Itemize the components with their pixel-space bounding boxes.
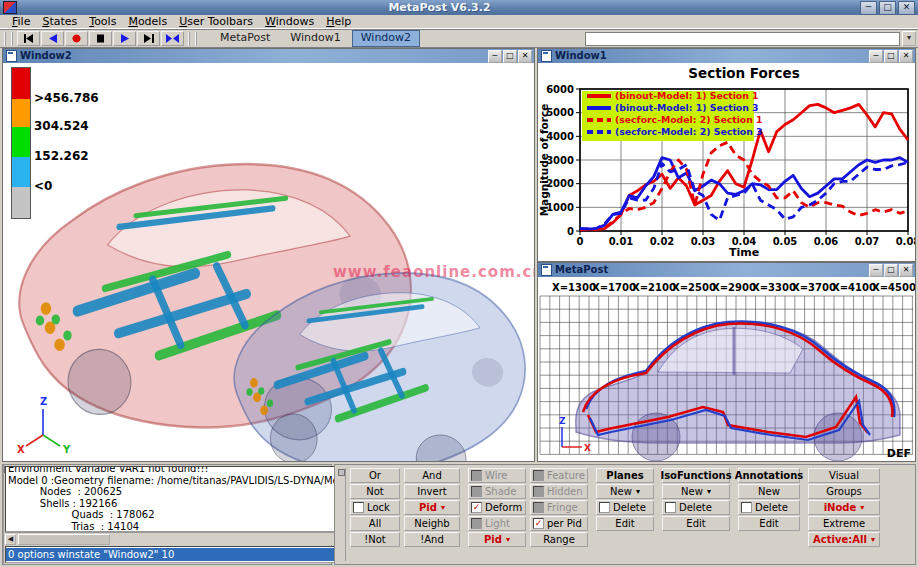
app-close-button[interactable]: ✕ [898, 1, 915, 15]
panel-per-pid-button[interactable]: ✓per Pid [530, 516, 588, 531]
window1-close-button[interactable]: ✕ [899, 50, 913, 63]
app-icon [3, 1, 17, 14]
panel-groups-button[interactable]: Groups [808, 484, 880, 499]
playback-record-button[interactable] [65, 31, 88, 46]
tab-window1[interactable]: Window1 [281, 30, 349, 47]
tab-window2[interactable]: Window2 [352, 30, 420, 47]
panel-extreme-button[interactable]: Extreme [808, 516, 880, 531]
toolbar-grip[interactable] [4, 32, 13, 46]
panel-label: Fringe [547, 502, 578, 513]
panel-grip[interactable] [337, 468, 346, 561]
window2-minimize-button[interactable]: ─ [488, 50, 502, 63]
panel-and-button[interactable]: !And [404, 532, 460, 547]
panel-column-1: AndInvertPid▾Neighb!And [404, 468, 460, 547]
metapost-maximize-button[interactable]: □ [884, 264, 898, 277]
window1-minimize-button[interactable]: ─ [869, 50, 883, 63]
panel-delete-button[interactable]: Delete [738, 500, 800, 515]
metapost-minimize-button[interactable]: ─ [869, 264, 883, 277]
window2-canvas[interactable]: ZXY >456.786304.524152.262<0 www.feaonli… [3, 63, 534, 461]
svg-text:Section Forces: Section Forces [688, 65, 799, 81]
panel-annotations-header: Annotations [738, 468, 800, 483]
checked-checkbox-icon[interactable]: ✓ [471, 502, 482, 513]
menu-states[interactable]: States [36, 15, 83, 28]
menu-models[interactable]: Models [122, 15, 173, 28]
panel-invert-button[interactable]: Invert [404, 484, 460, 499]
menu-help[interactable]: Help [320, 15, 357, 28]
playback-play-button[interactable] [113, 31, 136, 46]
panel-label: iNode [824, 502, 857, 513]
playback-last-button[interactable] [137, 31, 160, 46]
toolbar-scroll-button[interactable]: ▾ [902, 31, 916, 46]
panel-visual-button[interactable]: Visual [808, 468, 880, 483]
playback-first-button[interactable] [17, 31, 40, 46]
unchecked-checkbox-icon[interactable] [353, 502, 364, 513]
app-maximize-button[interactable]: □ [879, 1, 896, 15]
playback-bounce-button[interactable] [161, 31, 184, 46]
panel-delete-button[interactable]: Delete [662, 500, 730, 515]
toolbar-input[interactable] [585, 32, 900, 46]
metapost-close-button[interactable]: ✕ [899, 264, 913, 277]
menu-windows[interactable]: Windows [259, 15, 320, 28]
panel-label: Delete [679, 502, 712, 513]
panel-column-2: WireShade✓DeformLightPid▾ [468, 468, 526, 547]
svg-text:X: X [584, 443, 591, 453]
panel-active-all-button[interactable]: Active:All▾ [808, 532, 880, 547]
panel-pid-button[interactable]: Pid▾ [404, 500, 460, 515]
panel-lock-button[interactable]: Lock [350, 500, 400, 515]
svg-text:(binout-Model: 1) Section 1: (binout-Model: 1) Section 1 [615, 90, 759, 101]
window2-close-button[interactable]: ✕ [518, 50, 532, 63]
window1-canvas[interactable]: 00.010.020.030.040.050.060.070.080100020… [538, 63, 915, 261]
scroll-left-icon[interactable]: ◀ [5, 534, 16, 545]
window1-maximize-button[interactable]: □ [884, 50, 898, 63]
panel-delete-button[interactable]: Delete [596, 500, 654, 515]
playback-stop-button[interactable] [89, 31, 112, 46]
panel-and-button[interactable]: And [404, 468, 460, 483]
window1-title: Window1 [555, 49, 868, 63]
svg-text:0.03: 0.03 [691, 236, 716, 247]
panel-new-button[interactable]: New▾ [662, 484, 730, 499]
unchecked-checkbox-icon[interactable] [665, 502, 676, 513]
panel-edit-button[interactable]: Edit [596, 516, 654, 531]
menu-tools[interactable]: Tools [83, 15, 122, 28]
panel-all-button[interactable]: All [350, 516, 400, 531]
window2-maximize-button[interactable]: □ [503, 50, 517, 63]
panel-or-button[interactable]: Or [350, 468, 400, 483]
panel-not-button[interactable]: !Not [350, 532, 400, 547]
console-grip[interactable] [3, 465, 4, 564]
legend-label-0: >456.786 [34, 91, 99, 105]
panel-edit-button[interactable]: Edit [662, 516, 730, 531]
dropdown-arrow-icon: ▾ [506, 536, 510, 544]
panel-inode-button[interactable]: iNode▾ [808, 500, 880, 515]
panel-range-button[interactable]: Range [530, 532, 588, 547]
window2-title: Window2 [20, 49, 487, 63]
panel-label: New [758, 486, 780, 497]
panel-columns: OrNotLockAll!NotAndInvertPid▾Neighb!AndW… [350, 468, 880, 561]
metapost-window-titlebar[interactable]: MetaPost ─ □ ✕ [538, 263, 915, 277]
panel-label: And [422, 470, 442, 481]
unchecked-checkbox-icon[interactable] [599, 502, 610, 513]
panel-pid-button[interactable]: Pid▾ [468, 532, 526, 547]
watermark: www.feaonline.com.cn [333, 263, 534, 281]
panel-new-button[interactable]: New [738, 484, 800, 499]
console-hscroll-thumb[interactable] [18, 534, 110, 545]
panel-not-button[interactable]: Not [350, 484, 400, 499]
window2-titlebar[interactable]: Window2 ─ □ ✕ [3, 49, 534, 63]
menu-file[interactable]: File [6, 15, 36, 28]
panel-edit-button[interactable]: Edit [738, 516, 800, 531]
svg-text:X=4500: X=4500 [872, 282, 915, 293]
playback-play-backward-button[interactable] [41, 31, 64, 46]
panel-neighb-button[interactable]: Neighb [404, 516, 460, 531]
tabbar-grip[interactable] [188, 32, 197, 46]
panel-deform-button[interactable]: ✓Deform [468, 500, 526, 515]
app-minimize-button[interactable]: ─ [860, 1, 877, 15]
panel-column-0: OrNotLockAll!Not [350, 468, 400, 547]
panel-new-button[interactable]: New▾ [596, 484, 654, 499]
metapost-window-canvas[interactable]: X=1300X=1700X=2100X=2500X=2900X=3300X=37… [538, 277, 915, 461]
menu-user-toolbars[interactable]: User Toolbars [173, 15, 259, 28]
checked-checkbox-icon[interactable]: ✓ [533, 518, 544, 529]
svg-text:X=3700: X=3700 [792, 282, 836, 293]
unchecked-checkbox-icon [533, 502, 544, 513]
tab-metapost[interactable]: MetaPost [211, 30, 279, 47]
window1-titlebar[interactable]: Window1 ─ □ ✕ [538, 49, 915, 63]
unchecked-checkbox-icon[interactable] [741, 502, 752, 513]
